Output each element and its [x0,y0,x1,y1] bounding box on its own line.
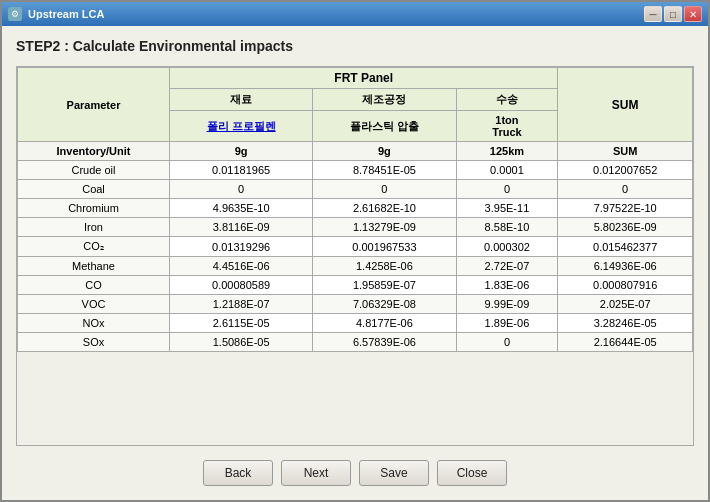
cell-row-name: Chromium [18,199,170,218]
close-button[interactable]: Close [437,460,507,486]
cell-row-name: Iron [18,218,170,237]
cell-value: 2.61682E-10 [313,199,456,218]
cell-value: 0.0001 [456,161,558,180]
cell-value: 0.00080589 [170,276,313,295]
header-sum: SUM [558,68,693,142]
title-bar: ⚙ Upstream LCA ─ □ ✕ [2,2,708,26]
table-row: CO₂0.013192960.0019675330.0003020.015462… [18,237,693,257]
cell-value: 0 [313,180,456,199]
cell-value: 4.9635E-10 [170,199,313,218]
cell-value: 0.01319296 [170,237,313,257]
cell-value: 9.99E-09 [456,295,558,314]
cell-value: 1.2188E-07 [170,295,313,314]
cell-value: 0.015462377 [558,237,693,257]
cell-value: 0 [558,180,693,199]
unit-sum: SUM [558,142,693,161]
window-close-button[interactable]: ✕ [684,6,702,22]
table-row: Chromium4.9635E-102.61682E-103.95E-117.9… [18,199,693,218]
cell-value: 0.01181965 [170,161,313,180]
cell-row-name: CO₂ [18,237,170,257]
table-row: SOx1.5086E-056.57839E-0602.16644E-05 [18,333,693,352]
data-table-container: Parameter FRT Panel SUM 재료 제조공정 수송 폴리 프로… [16,66,694,446]
main-window: ⚙ Upstream LCA ─ □ ✕ STEP2 : Calculate E… [0,0,710,502]
header-inventory-unit: Inventory/Unit [18,142,170,161]
header-transport-detail: 1ton Truck [456,111,558,142]
content-area: STEP2 : Calculate Environmental impacts … [2,26,708,500]
cell-value: 4.4516E-06 [170,257,313,276]
unit-transport: 125km [456,142,558,161]
material-detail-text: 폴리 프로필렌 [207,120,276,132]
cell-row-name: SOx [18,333,170,352]
cell-value: 1.89E-06 [456,314,558,333]
unit-material: 9g [170,142,313,161]
cell-value: 1.13279E-09 [313,218,456,237]
header-material-detail: 폴리 프로필렌 [170,111,313,142]
title-buttons: ─ □ ✕ [644,6,702,22]
cell-value: 0.000807916 [558,276,693,295]
header-transport: 수송 [456,89,558,111]
back-button[interactable]: Back [203,460,273,486]
environmental-impact-table: Parameter FRT Panel SUM 재료 제조공정 수송 폴리 프로… [17,67,693,352]
title-bar-left: ⚙ Upstream LCA [8,7,104,21]
cell-value: 2.6115E-05 [170,314,313,333]
cell-value: 1.83E-06 [456,276,558,295]
cell-value: 0 [456,333,558,352]
minimize-button[interactable]: ─ [644,6,662,22]
window-title: Upstream LCA [28,8,104,20]
cell-value: 7.97522E-10 [558,199,693,218]
cell-row-name: Methane [18,257,170,276]
cell-row-name: NOx [18,314,170,333]
cell-value: 5.80236E-09 [558,218,693,237]
table-row: VOC1.2188E-077.06329E-089.99E-092.025E-0… [18,295,693,314]
cell-value: 6.57839E-06 [313,333,456,352]
header-material: 재료 [170,89,313,111]
cell-row-name: Crude oil [18,161,170,180]
cell-row-name: Coal [18,180,170,199]
cell-value: 7.06329E-08 [313,295,456,314]
cell-value: 3.8116E-09 [170,218,313,237]
cell-value: 8.78451E-05 [313,161,456,180]
cell-value: 2.16644E-05 [558,333,693,352]
cell-value: 3.95E-11 [456,199,558,218]
cell-row-name: CO [18,276,170,295]
page-title: STEP2 : Calculate Environmental impacts [16,36,694,56]
unit-manufacturing: 9g [313,142,456,161]
footer-buttons: Back Next Save Close [16,456,694,490]
table-row: NOx2.6115E-054.8177E-061.89E-063.28246E-… [18,314,693,333]
cell-value: 1.95859E-07 [313,276,456,295]
cell-value: 0 [456,180,558,199]
cell-value: 1.5086E-05 [170,333,313,352]
table-row: Crude oil0.011819658.78451E-050.00010.01… [18,161,693,180]
next-button[interactable]: Next [281,460,351,486]
cell-value: 8.58E-10 [456,218,558,237]
save-button[interactable]: Save [359,460,429,486]
cell-value: 0.012007652 [558,161,693,180]
cell-value: 2.72E-07 [456,257,558,276]
header-manufacturing-detail: 플라스틱 압출 [313,111,456,142]
cell-value: 0 [170,180,313,199]
cell-row-name: VOC [18,295,170,314]
table-row: CO0.000805891.95859E-071.83E-060.0008079… [18,276,693,295]
table-row: Methane4.4516E-061.4258E-062.72E-076.149… [18,257,693,276]
maximize-button[interactable]: □ [664,6,682,22]
cell-value: 1.4258E-06 [313,257,456,276]
cell-value: 3.28246E-05 [558,314,693,333]
cell-value: 0.000302 [456,237,558,257]
cell-value: 2.025E-07 [558,295,693,314]
header-manufacturing: 제조공정 [313,89,456,111]
table-row: Iron3.8116E-091.13279E-098.58E-105.80236… [18,218,693,237]
cell-value: 4.8177E-06 [313,314,456,333]
cell-value: 0.001967533 [313,237,456,257]
app-icon: ⚙ [8,7,22,21]
cell-value: 6.14936E-06 [558,257,693,276]
header-frt-panel: FRT Panel [170,68,558,89]
table-row: Coal0000 [18,180,693,199]
header-parameter: Parameter [18,68,170,142]
